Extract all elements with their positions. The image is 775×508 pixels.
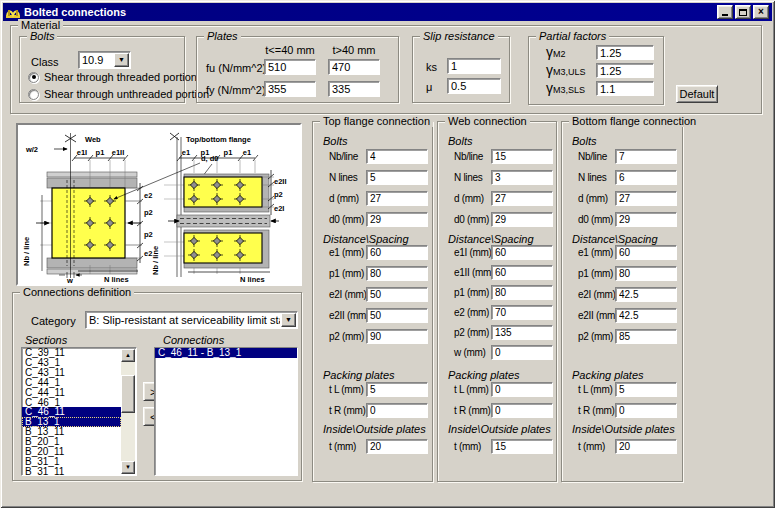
minimize-button[interactable] [717, 5, 733, 19]
web-tr-input[interactable] [491, 403, 553, 418]
packing-header: Packing plates [572, 369, 682, 381]
bf-e2ii-input[interactable] [615, 308, 677, 323]
fy-t40-input[interactable] [264, 81, 316, 97]
fy-gt40-input[interactable] [328, 81, 380, 97]
web-d-input[interactable] [491, 191, 553, 206]
bf-d-input[interactable] [615, 191, 677, 206]
tf-e2ii-input[interactable] [366, 308, 428, 323]
diagram-flange-nlines-label: N lines [240, 275, 265, 284]
list-item-selected[interactable]: C_46_11 - B_13_1 [155, 348, 297, 358]
bf-e2ii-label: e2II (mm) [578, 310, 618, 321]
web-connection-title: Web connection [445, 115, 530, 127]
web-p2-input[interactable] [491, 325, 553, 340]
tf-d0-input[interactable] [366, 212, 428, 227]
maximize-button[interactable] [735, 5, 751, 19]
web-tr-label: t R (mm) [454, 405, 490, 416]
category-value: B: Slip-resistant at serviceability limi… [86, 314, 280, 326]
tf-nbline-input[interactable] [366, 149, 428, 164]
fu-gt40-input[interactable] [328, 59, 380, 75]
connections-listbox[interactable]: C_46_11 - B_13_1 [154, 347, 298, 476]
tf-d-input[interactable] [366, 191, 428, 206]
bf-e1-input[interactable] [615, 245, 677, 260]
tf-d-label: d (mm) [329, 193, 359, 204]
web-nlines-input[interactable] [491, 170, 553, 185]
diagram-web-w-label: w [66, 276, 73, 284]
tf-tl-input[interactable] [366, 382, 428, 397]
diagram-flange-p1b-label: p1 [224, 148, 233, 157]
web-e2-input[interactable] [491, 305, 553, 320]
spacing-header: Distance\Spacing [572, 233, 682, 245]
gamma-m2-input[interactable] [596, 45, 654, 60]
web-t-input[interactable] [491, 439, 553, 454]
tf-e1-input[interactable] [366, 245, 428, 260]
fu-t40-input[interactable] [264, 59, 316, 75]
bf-p2-label: p2 (mm) [578, 331, 613, 342]
web-e1ii-label: e1II (mm) [454, 267, 494, 278]
scroll-down-icon[interactable]: ▼ [121, 461, 135, 474]
web-d0-label: d0 (mm) [454, 214, 489, 225]
list-item[interactable]: B_31_11 [22, 467, 121, 476]
tf-p1-input[interactable] [366, 266, 428, 281]
top-flange-connection-group: Top flange connection Bolts Nb/line N li… [312, 121, 433, 482]
gamma-m3sls-input[interactable] [596, 81, 654, 96]
chevron-down-icon[interactable]: ▼ [114, 53, 129, 67]
plates-group-label: Plates [204, 30, 241, 42]
bf-p1-input[interactable] [615, 266, 677, 281]
web-w-label: w (mm) [454, 347, 486, 358]
category-label: Category [31, 315, 76, 327]
tf-t-input[interactable] [366, 439, 428, 454]
bf-nlines-input[interactable] [615, 170, 677, 185]
gamma-m3uls-input[interactable] [596, 63, 654, 78]
fu-label: fu (N/mm^2) [206, 62, 266, 74]
web-p1-input[interactable] [491, 285, 553, 300]
bolt-class-select[interactable]: 10.9 ▼ [78, 51, 131, 69]
bf-e2i-input[interactable] [615, 287, 677, 302]
bf-d0-input[interactable] [615, 212, 677, 227]
chevron-down-icon[interactable]: ▼ [281, 313, 296, 327]
radio-shear-unthreaded[interactable]: Shear through unthreaded portion [28, 88, 209, 100]
diagram-web-p2b-label: p2 [144, 230, 153, 239]
diagram-flange-e1a-label: e1 [182, 148, 190, 157]
mu-label: μ [426, 81, 432, 93]
tf-e2i-input[interactable] [366, 287, 428, 302]
web-e1i-input[interactable] [491, 245, 553, 260]
bolts-header: Bolts [448, 135, 556, 147]
scroll-up-icon[interactable]: ▲ [121, 349, 135, 362]
bf-tr-input[interactable] [615, 403, 677, 418]
mu-input[interactable] [447, 78, 501, 94]
sections-listbox[interactable]: C_39_11 C_43_1 C_43_11 C_44_1 C_44_11 C_… [21, 347, 137, 476]
radio-dot-icon [28, 89, 39, 100]
bf-t-input[interactable] [615, 439, 677, 454]
web-e1ii-input[interactable] [491, 265, 553, 280]
web-p2-label: p2 (mm) [454, 327, 489, 338]
bf-tl-input[interactable] [615, 382, 677, 397]
bf-nbline-label: Nb/line [578, 151, 607, 162]
tf-tr-input[interactable] [366, 403, 428, 418]
connections-definition-group: Connections definition Category B: Slip-… [12, 292, 302, 481]
titlebar[interactable]: Bolted connections × [3, 3, 772, 21]
web-tl-input[interactable] [491, 382, 553, 397]
bf-p2-input[interactable] [615, 329, 677, 344]
bf-e2i-label: e2I (mm) [578, 289, 616, 300]
close-button[interactable]: × [753, 5, 769, 19]
tf-nlines-input[interactable] [366, 170, 428, 185]
diagram-flange-e1b-label: e1 [243, 148, 251, 157]
scrollbar-thumb[interactable] [121, 375, 135, 413]
top-flange-connection-title: Top flange connection [320, 115, 433, 127]
default-button[interactable]: Default [676, 85, 718, 103]
tf-tr-label: t R (mm) [329, 405, 365, 416]
web-w-input[interactable] [491, 345, 553, 360]
ks-input[interactable] [447, 58, 501, 74]
web-d0-input[interactable] [491, 212, 553, 227]
bolt-class-value: 10.9 [79, 54, 113, 66]
app-icon [6, 5, 20, 19]
category-select[interactable]: B: Slip-resistant at serviceability limi… [85, 311, 298, 329]
spacing-header: Distance\Spacing [448, 233, 556, 245]
close-icon: × [758, 6, 764, 18]
radio-shear-threaded[interactable]: Shear through threaded portion [28, 71, 197, 83]
bf-nbline-input[interactable] [615, 149, 677, 164]
tf-p2-input[interactable] [366, 329, 428, 344]
web-nbline-input[interactable] [491, 149, 553, 164]
diagram-flange-nbline-label: Nb / line [151, 246, 160, 275]
sections-scrollbar[interactable]: ▲ ▼ [121, 349, 135, 474]
